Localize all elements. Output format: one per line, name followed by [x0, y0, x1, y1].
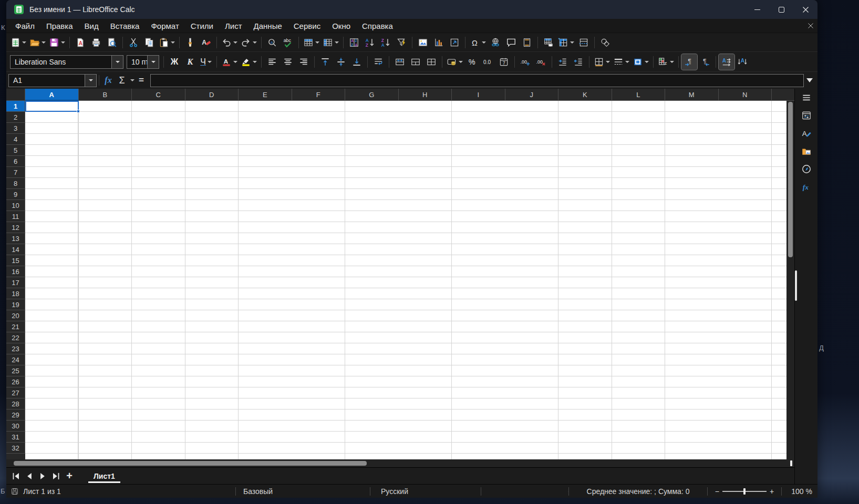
insert-image-button[interactable] [415, 35, 431, 50]
title-bar[interactable]: Без имени 1 — LibreOffice Calc [6, 0, 817, 19]
row-header-3[interactable]: 3 [6, 123, 25, 134]
italic-button[interactable]: К [182, 54, 198, 70]
insert-comment-button[interactable] [503, 35, 519, 50]
align-right-button[interactable] [296, 54, 312, 70]
save-button[interactable] [47, 35, 67, 50]
row-header-4[interactable]: 4 [6, 134, 25, 145]
bold-button[interactable]: Ж [167, 54, 182, 70]
chevron-down-icon[interactable] [22, 41, 26, 44]
sheet-tab-лист1[interactable]: Лист1 [86, 468, 122, 484]
next-sheet-button[interactable] [36, 469, 49, 483]
column-header-D[interactable]: D [185, 89, 239, 101]
row-header-21[interactable]: 21 [6, 321, 25, 332]
clear-formatting-button[interactable]: A [198, 35, 214, 50]
row-header-2[interactable]: 2 [6, 112, 25, 123]
row-header-19[interactable]: 19 [6, 299, 25, 310]
styles-button[interactable]: A [798, 126, 815, 142]
column-header-A[interactable]: A [25, 89, 79, 101]
add-sheet-button[interactable]: + [62, 469, 77, 483]
close-document-icon[interactable] [808, 19, 813, 33]
close-button[interactable] [793, 0, 817, 19]
maximize-button[interactable] [769, 0, 793, 19]
menu-item-file[interactable]: Файл [9, 19, 40, 33]
insert-row-button[interactable] [302, 35, 321, 50]
navigator-button[interactable] [798, 162, 815, 178]
paste-button[interactable] [157, 35, 177, 50]
print-button[interactable] [88, 35, 104, 50]
autofilter-button[interactable] [394, 35, 409, 50]
sort-button[interactable]: AZZA [346, 35, 362, 50]
open-button[interactable] [28, 35, 47, 50]
name-box[interactable]: A1 [8, 74, 97, 87]
border-color-button[interactable] [631, 54, 650, 70]
align-left-button[interactable] [264, 54, 280, 70]
row-header-27[interactable]: 27 [6, 387, 25, 398]
row-header-10[interactable]: 10 [6, 200, 25, 211]
date-format-button[interactable]: 7 [496, 54, 512, 70]
text-dir-ltr-button[interactable]: A [719, 54, 734, 70]
number-format-button[interactable]: 0.0 [480, 54, 496, 70]
align-center-button[interactable] [280, 54, 296, 70]
chevron-down-icon[interactable] [253, 41, 257, 44]
underline-button[interactable]: Ч [198, 54, 214, 70]
row-header-18[interactable]: 18 [6, 288, 25, 299]
previous-sheet-button[interactable] [23, 469, 36, 483]
undo-button[interactable] [220, 35, 239, 50]
menu-item-insert[interactable]: Вставка [105, 19, 146, 33]
zoom-slider-thumb[interactable] [743, 488, 746, 495]
row-header-24[interactable]: 24 [6, 354, 25, 365]
copy-button[interactable] [141, 35, 157, 50]
spelling-button[interactable]: abc [280, 35, 296, 50]
column-header-partial[interactable] [772, 89, 794, 101]
chevron-down-icon[interactable] [315, 41, 319, 44]
row-header-30[interactable]: 30 [6, 421, 25, 432]
row-header-17[interactable]: 17 [6, 277, 25, 288]
grid-cells[interactable] [25, 101, 786, 459]
freeze-panes-button[interactable]: * [556, 35, 576, 50]
chevron-down-icon[interactable] [147, 56, 159, 68]
ltr-paragraph-button[interactable]: ¶ [681, 54, 697, 70]
function-wizard-icon[interactable]: fx [101, 74, 115, 87]
column-header-K[interactable]: K [558, 89, 612, 101]
row-header-9[interactable]: 9 [6, 189, 25, 200]
menu-item-tools[interactable]: Сервис [288, 19, 326, 33]
hyperlink-button[interactable] [488, 35, 503, 50]
special-character-button[interactable]: Ω [468, 35, 488, 50]
menu-item-data[interactable]: Данные [248, 19, 288, 33]
row-header-14[interactable]: 14 [6, 244, 25, 255]
formula-input[interactable] [150, 74, 804, 87]
row-header-1[interactable]: 1 [6, 101, 25, 112]
column-header-I[interactable]: I [452, 89, 505, 101]
chevron-down-icon[interactable] [335, 41, 339, 44]
merge-center-button[interactable] [392, 54, 408, 70]
chevron-down-icon[interactable] [85, 75, 96, 87]
increase-indent-button[interactable] [555, 54, 571, 70]
select-function-icon[interactable]: Σ [115, 74, 129, 87]
draw-functions-button[interactable] [597, 35, 613, 50]
zoom-level[interactable]: 100 % [782, 487, 813, 496]
zoom-slider[interactable]: − + [708, 487, 781, 496]
zoom-out-icon[interactable]: − [715, 487, 719, 496]
zoom-slider-track[interactable] [722, 491, 767, 492]
functions-button[interactable]: fx [798, 180, 815, 196]
chevron-down-icon[interactable] [625, 61, 629, 63]
column-header-G[interactable]: G [345, 89, 399, 101]
zoom-in-icon[interactable]: + [770, 487, 774, 496]
row-header-31[interactable]: 31 [6, 432, 25, 443]
column-header-E[interactable]: E [239, 89, 292, 101]
column-header-J[interactable]: J [505, 89, 559, 101]
properties-button[interactable] [798, 108, 815, 124]
column-header-H[interactable]: H [399, 89, 452, 101]
page-style-status[interactable]: Базовый [236, 487, 370, 496]
font-color-button[interactable]: A [220, 54, 239, 70]
row-header-23[interactable]: 23 [6, 343, 25, 354]
menu-item-window[interactable]: Окно [326, 19, 356, 33]
row-header-26[interactable]: 26 [6, 376, 25, 387]
horizontal-scrollbar-thumb[interactable] [14, 461, 367, 466]
chevron-down-icon[interactable] [253, 61, 257, 63]
sidebar-grip[interactable] [795, 270, 797, 301]
chevron-down-icon[interactable] [61, 41, 65, 44]
chevron-down-icon[interactable] [670, 61, 674, 63]
print-area-button[interactable] [541, 35, 556, 50]
row-header-25[interactable]: 25 [6, 365, 25, 376]
